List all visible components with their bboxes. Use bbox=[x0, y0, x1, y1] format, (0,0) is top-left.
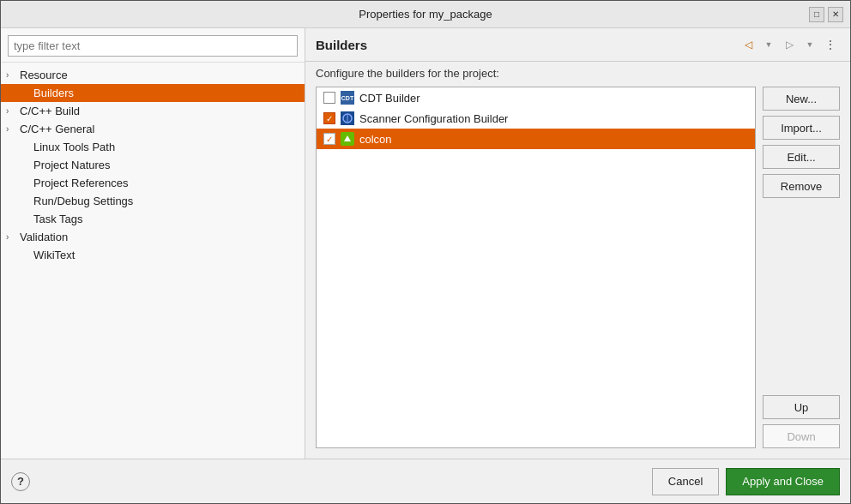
chevron-icon: › bbox=[6, 232, 16, 242]
tree-item-project_references[interactable]: Project References bbox=[1, 174, 305, 192]
new-button[interactable]: New... bbox=[763, 87, 840, 111]
tree-item-run_debug_settings[interactable]: Run/Debug Settings bbox=[1, 192, 305, 210]
toolbar-forward-button[interactable]: ▷ bbox=[780, 35, 799, 54]
section-title: Builders bbox=[316, 38, 367, 52]
tree-item-builders[interactable]: Builders bbox=[1, 84, 305, 102]
tree-item-label: C/C++ Build bbox=[20, 105, 80, 117]
builder-checkbox[interactable]: ✓ bbox=[323, 112, 335, 124]
section-header: Builders ◁ ▼ ▷ ▼ ⋮ bbox=[305, 28, 850, 62]
close-button[interactable]: ✕ bbox=[828, 7, 843, 22]
builder-icon bbox=[341, 111, 354, 125]
toolbar-back-button[interactable]: ◁ bbox=[739, 35, 757, 54]
footer-left: ? bbox=[11, 472, 30, 491]
tree-item-validation[interactable]: ›Validation bbox=[1, 228, 305, 246]
builder-list-area: CDTCDT Builder✓Scanner Configuration Bui… bbox=[305, 87, 850, 459]
section-description: Configure the builders for the project: bbox=[305, 62, 850, 87]
remove-button[interactable]: Remove bbox=[763, 174, 840, 198]
edit-button[interactable]: Edit... bbox=[763, 145, 840, 169]
up-button[interactable]: Up bbox=[763, 395, 840, 419]
dialog-body: ›ResourceBuilders›C/C++ Build›C/C++ Gene… bbox=[1, 28, 850, 459]
toolbar-menu-button[interactable]: ⋮ bbox=[821, 35, 840, 54]
builder-checkbox[interactable] bbox=[323, 92, 335, 104]
section-toolbar: ◁ ▼ ▷ ▼ ⋮ bbox=[739, 35, 840, 54]
chevron-icon: › bbox=[6, 70, 16, 80]
builder-icon: CDT bbox=[341, 91, 354, 105]
title-controls: □ ✕ bbox=[809, 7, 843, 22]
filter-input[interactable] bbox=[8, 35, 298, 57]
apply-close-button[interactable]: Apply and Close bbox=[726, 468, 840, 495]
tree-item-label: Project References bbox=[33, 177, 129, 189]
tree-item-label: WikiText bbox=[33, 249, 75, 261]
side-buttons: New... Import... Edit... Remove Up Down bbox=[763, 87, 840, 448]
builder-item-colcon[interactable]: ✓colcon bbox=[317, 129, 755, 149]
builder-label: CDT Builder bbox=[359, 92, 420, 105]
chevron-icon: › bbox=[6, 124, 16, 134]
tree-item-cc_general[interactable]: ›C/C++ General bbox=[1, 120, 305, 138]
dialog-title: Properties for my_package bbox=[42, 8, 809, 21]
tree-item-label: Builders bbox=[33, 87, 74, 99]
left-panel: ›ResourceBuilders›C/C++ Build›C/C++ Gene… bbox=[1, 28, 305, 459]
svg-marker-2 bbox=[344, 135, 351, 141]
toolbar-dropdown2-button[interactable]: ▼ bbox=[800, 35, 819, 54]
footer-right: Cancel Apply and Close bbox=[652, 468, 840, 495]
tree-item-linux_tools_path[interactable]: Linux Tools Path bbox=[1, 138, 305, 156]
tree-item-project_natures[interactable]: Project Natures bbox=[1, 156, 305, 174]
builder-list: CDTCDT Builder✓Scanner Configuration Bui… bbox=[316, 87, 756, 448]
right-panel: Builders ◁ ▼ ▷ ▼ ⋮ Configure the builder… bbox=[305, 28, 850, 459]
minimize-button[interactable]: □ bbox=[809, 7, 824, 22]
tree-item-task_tags[interactable]: Task Tags bbox=[1, 210, 305, 228]
down-button[interactable]: Down bbox=[763, 424, 840, 448]
builder-icon bbox=[341, 132, 354, 146]
builder-item-cdt_builder[interactable]: CDTCDT Builder bbox=[317, 87, 755, 108]
builder-label: Scanner Configuration Builder bbox=[359, 112, 508, 125]
tree-item-label: Run/Debug Settings bbox=[33, 195, 133, 207]
tree-item-label: Task Tags bbox=[33, 213, 83, 225]
help-button[interactable]: ? bbox=[11, 472, 30, 491]
tree-item-label: Project Natures bbox=[33, 159, 111, 171]
title-bar: Properties for my_package □ ✕ bbox=[1, 1, 850, 28]
tree-item-resource[interactable]: ›Resource bbox=[1, 66, 305, 84]
tree-item-label: Linux Tools Path bbox=[33, 141, 115, 153]
filter-wrap bbox=[1, 28, 305, 63]
cancel-button[interactable]: Cancel bbox=[652, 468, 719, 495]
dialog: Properties for my_package □ ✕ ›ResourceB… bbox=[0, 0, 851, 504]
tree: ›ResourceBuilders›C/C++ Build›C/C++ Gene… bbox=[1, 63, 305, 459]
tree-item-label: C/C++ General bbox=[20, 123, 94, 135]
chevron-icon: › bbox=[6, 106, 16, 116]
import-button[interactable]: Import... bbox=[763, 116, 840, 140]
tree-item-label: Resource bbox=[20, 69, 68, 81]
builder-checkbox[interactable]: ✓ bbox=[323, 133, 335, 145]
toolbar-dropdown-button[interactable]: ▼ bbox=[759, 35, 778, 54]
tree-item-wiki_text[interactable]: WikiText bbox=[1, 246, 305, 264]
tree-item-cc_build[interactable]: ›C/C++ Build bbox=[1, 102, 305, 120]
footer: ? Cancel Apply and Close bbox=[1, 459, 850, 503]
builder-item-scanner_config_builder[interactable]: ✓Scanner Configuration Builder bbox=[317, 108, 755, 129]
builder-label: colcon bbox=[359, 133, 392, 146]
tree-item-label: Validation bbox=[20, 231, 68, 243]
